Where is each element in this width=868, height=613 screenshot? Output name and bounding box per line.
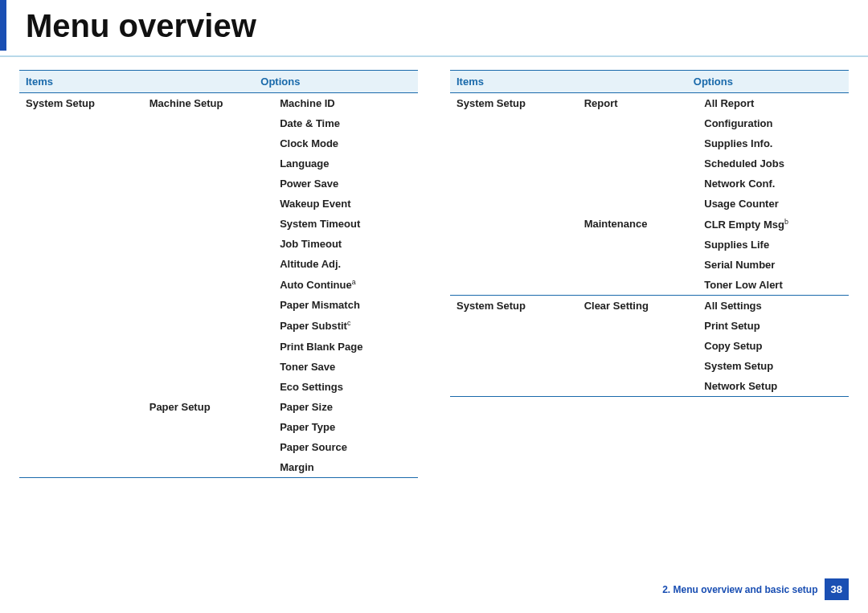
menu-item-cell xyxy=(450,255,578,275)
menu-option-cell: Configuration xyxy=(698,113,849,133)
menu-option-cell: All Report xyxy=(698,93,849,114)
menu-sub-cell: Report xyxy=(578,93,698,114)
right-th-options: Options xyxy=(578,71,849,93)
footer-chapter: 2. Menu overview and basic setup xyxy=(662,584,817,595)
menu-sub-cell xyxy=(578,174,698,194)
menu-sub-cell xyxy=(143,417,273,437)
menu-item-cell xyxy=(19,113,143,133)
left-table-bottom-rule xyxy=(19,477,418,478)
menu-option-cell: Network Conf. xyxy=(698,174,849,194)
menu-sub-cell xyxy=(143,457,273,477)
menu-option-cell: Paper Source xyxy=(273,437,418,457)
menu-item-cell xyxy=(19,254,143,274)
right-table-bottom-rule xyxy=(450,396,849,397)
title-rule xyxy=(0,55,868,57)
menu-sub-cell xyxy=(143,153,273,174)
menu-sub-cell xyxy=(578,235,698,255)
menu-option-cell: Print Setup xyxy=(698,316,849,336)
menu-option-cell: Eco Settings xyxy=(273,377,418,397)
content-columns: Items Options System SetupMachine SetupM… xyxy=(0,70,868,478)
menu-item-cell xyxy=(450,235,578,255)
menu-sub-cell xyxy=(143,315,273,336)
menu-sub-cell xyxy=(143,194,273,214)
menu-sub-cell: Machine Setup xyxy=(143,93,273,114)
menu-sub-cell xyxy=(143,133,273,153)
menu-item-cell xyxy=(450,336,578,356)
menu-item-cell xyxy=(450,133,578,153)
menu-option-cell: Language xyxy=(273,153,418,174)
left-column: Items Options System SetupMachine SetupM… xyxy=(19,70,418,478)
page-title: Menu overview xyxy=(0,0,868,51)
menu-sub-cell xyxy=(578,133,698,153)
menu-item-cell xyxy=(450,174,578,194)
menu-sub-cell: Paper Setup xyxy=(143,397,273,417)
menu-item-cell: System Setup xyxy=(19,93,143,114)
menu-sub-cell xyxy=(143,437,273,457)
menu-item-cell xyxy=(19,295,143,315)
menu-option-cell: Usage Counter xyxy=(698,194,849,214)
right-column: Items Options System SetupReportAll Repo… xyxy=(450,70,849,478)
menu-sub-cell xyxy=(578,194,698,214)
menu-option-cell: System Timeout xyxy=(273,214,418,234)
menu-item-cell xyxy=(19,357,143,377)
menu-sub-cell xyxy=(143,357,273,377)
menu-item-cell xyxy=(19,377,143,397)
menu-option-cell: Job Timeout xyxy=(273,234,418,254)
menu-item-cell xyxy=(19,337,143,357)
right-table: Items Options System SetupReportAll Repo… xyxy=(450,70,849,396)
menu-item-cell xyxy=(450,194,578,214)
menu-option-cell: Paper Mismatch xyxy=(273,295,418,315)
footnote-marker: c xyxy=(347,319,351,327)
menu-sub-cell xyxy=(578,275,698,296)
menu-option-cell: Paper Substitc xyxy=(273,315,418,336)
menu-sub-cell xyxy=(578,316,698,336)
menu-option-cell: Clock Mode xyxy=(273,133,418,153)
menu-item-cell xyxy=(19,274,143,295)
menu-item-cell xyxy=(450,376,578,396)
menu-option-cell: Supplies Info. xyxy=(698,133,849,153)
menu-item-cell xyxy=(450,275,578,296)
menu-sub-cell xyxy=(143,214,273,234)
menu-sub-cell xyxy=(578,255,698,275)
menu-item-cell: System Setup xyxy=(450,296,578,317)
footnote-marker: a xyxy=(352,278,356,286)
menu-sub-cell xyxy=(143,337,273,357)
menu-item-cell xyxy=(450,316,578,336)
menu-item-cell xyxy=(19,234,143,254)
menu-item-cell xyxy=(19,417,143,437)
left-th-options: Options xyxy=(143,71,418,93)
menu-sub-cell xyxy=(578,376,698,396)
menu-item-cell xyxy=(19,174,143,194)
menu-option-cell: Paper Size xyxy=(273,397,418,417)
footer-page-number: 38 xyxy=(825,578,849,600)
menu-item-cell xyxy=(19,437,143,457)
menu-sub-cell: Clear Setting xyxy=(578,296,698,317)
menu-option-cell: Copy Setup xyxy=(698,336,849,356)
menu-option-cell: Power Save xyxy=(273,174,418,194)
menu-option-cell: CLR Empty Msgb xyxy=(698,214,849,235)
menu-sub-cell xyxy=(143,254,273,274)
menu-item-cell xyxy=(450,214,578,235)
menu-option-cell: Network Setup xyxy=(698,376,849,396)
menu-item-cell xyxy=(19,397,143,417)
menu-item-cell: System Setup xyxy=(450,93,578,114)
menu-option-cell: Toner Save xyxy=(273,357,418,377)
menu-item-cell xyxy=(19,457,143,477)
right-th-items: Items xyxy=(450,71,578,93)
menu-sub-cell xyxy=(143,174,273,194)
menu-sub-cell xyxy=(143,295,273,315)
menu-option-cell: Paper Type xyxy=(273,417,418,437)
menu-sub-cell xyxy=(578,153,698,174)
menu-sub-cell: Maintenance xyxy=(578,214,698,235)
menu-sub-cell xyxy=(578,113,698,133)
menu-item-cell xyxy=(450,113,578,133)
menu-sub-cell xyxy=(143,113,273,133)
menu-option-cell: Margin xyxy=(273,457,418,477)
menu-option-cell: Print Blank Page xyxy=(273,337,418,357)
menu-option-cell: Supplies Life xyxy=(698,235,849,255)
left-table: Items Options System SetupMachine SetupM… xyxy=(19,70,418,477)
left-th-items: Items xyxy=(19,71,143,93)
menu-sub-cell xyxy=(143,274,273,295)
menu-option-cell: Serial Number xyxy=(698,255,849,275)
menu-option-cell: Machine ID xyxy=(273,93,418,114)
